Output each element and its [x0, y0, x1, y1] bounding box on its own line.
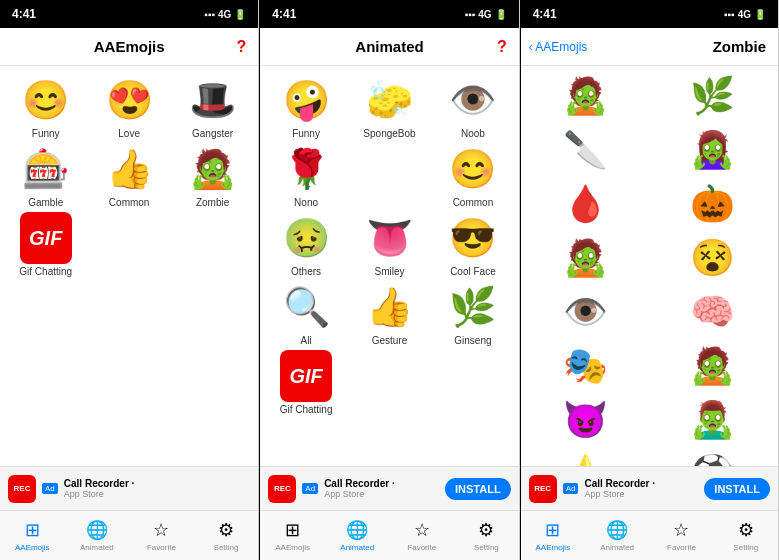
gif-label-2: Gif Chatting [280, 404, 333, 415]
tab-label-setting-3: Setting [733, 543, 758, 552]
zombie-emoji-2[interactable]: 🌿 [689, 70, 737, 122]
emoji-row-2-5: GIF Gif Chatting [264, 350, 514, 415]
ad-title-3: Call Recorder · [584, 478, 698, 489]
tab-animated-2[interactable]: 🌐 Animated [325, 511, 390, 560]
time-1: 4:41 [12, 7, 36, 21]
nono-label: Nono [294, 197, 318, 208]
zombie-emoji-1[interactable]: 🧟 [562, 70, 610, 122]
emoji-spongebob[interactable]: 🧽 SpongeBob [354, 74, 424, 139]
zombie-emoji-13[interactable]: 😈 [562, 394, 610, 446]
zombie-emoji-15[interactable]: ⭐ [562, 448, 610, 466]
zombie-row-1: 🧟 🌿 [523, 70, 776, 122]
funny-label-2: Funny [292, 128, 320, 139]
emoji-common-2[interactable]: 😊 Common [438, 143, 508, 208]
network-icon-3: 4G [738, 9, 751, 20]
install-button-3[interactable]: INSTALL [704, 478, 770, 500]
emoji-row-2-4: 🔍 Ali 👍 Gesture 🌿 Ginseng [264, 281, 514, 346]
zombie-emoji-11[interactable]: 🎭 [562, 340, 610, 392]
common-icon: 👍 [103, 143, 155, 195]
tab-bar-2: ⊞ AAEmojis 🌐 Animated ☆ Favorite ⚙ Setti… [260, 510, 518, 560]
placeholder-3 [354, 143, 424, 208]
emoji-others[interactable]: 🤢 Others [271, 212, 341, 277]
smiley-label: Smiley [374, 266, 404, 277]
tab-animated-1[interactable]: 🌐 Animated [65, 511, 130, 560]
emoji-coolface[interactable]: 😎 Cool Face [438, 212, 508, 277]
common-icon-2: 😊 [447, 143, 499, 195]
zombie-emoji-7[interactable]: 🧟 [562, 232, 610, 284]
tab-aaemojis-2[interactable]: ⊞ AAEmojis [260, 511, 325, 560]
emoji-funny[interactable]: 😊 Funny [11, 74, 81, 139]
ad-tag-2: Ad [302, 483, 318, 494]
emoji-zombie[interactable]: 🧟 Zombie [178, 143, 248, 208]
noob-label: Noob [461, 128, 485, 139]
tab-label-animated-1: Animated [80, 543, 114, 552]
emoji-gesture[interactable]: 👍 Gesture [354, 281, 424, 346]
time-3: 4:41 [533, 7, 557, 21]
tab-label-favorite-1: Favorite [147, 543, 176, 552]
emoji-nono[interactable]: 🌹 Nono [271, 143, 341, 208]
battery-icon-2: 🔋 [495, 9, 507, 20]
zombie-row-5: 👁️ 🧠 [523, 286, 776, 338]
status-icons-3: ▪▪▪ 4G 🔋 [724, 9, 766, 20]
gamble-label: Gamble [28, 197, 63, 208]
zombie-emoji-8[interactable]: 😵 [689, 232, 737, 284]
ginseng-label: Ginseng [454, 335, 491, 346]
emoji-love[interactable]: 😍 Love [94, 74, 164, 139]
tab-favorite-1[interactable]: ☆ Favorite [129, 511, 194, 560]
gif-icon-1: GIF [20, 212, 72, 264]
emoji-common[interactable]: 👍 Common [94, 143, 164, 208]
emoji-funny-2[interactable]: 🤪 Funny [271, 74, 341, 139]
tab-animated-3[interactable]: 🌐 Animated [585, 511, 649, 560]
ad-tag-1: Ad [42, 483, 58, 494]
zombie-emoji-10[interactable]: 🧠 [689, 286, 737, 338]
tab-label-aaemojis-3: AAEmojis [535, 543, 570, 552]
emoji-noob[interactable]: 👁️ Noob [438, 74, 508, 139]
placeholder-5 [438, 350, 508, 415]
back-button-3[interactable]: ‹ AAEmojis [529, 40, 588, 54]
tab-setting-1[interactable]: ⚙ Setting [194, 511, 259, 560]
star-icon-3: ☆ [673, 519, 689, 541]
zombie-emoji-3[interactable]: 🔪 [562, 124, 610, 176]
emoji-gif-chatting-2[interactable]: GIF Gif Chatting [271, 350, 341, 415]
ad-title-2: Call Recorder · [324, 478, 439, 489]
tab-favorite-3[interactable]: ☆ Favorite [649, 511, 713, 560]
tab-label-animated-2: Animated [340, 543, 374, 552]
ad-banner-3: REC Ad Call Recorder · App Store INSTALL [521, 466, 778, 510]
install-button-2[interactable]: INSTALL [445, 478, 511, 500]
help-button-1[interactable]: ? [237, 38, 247, 56]
globe-icon-3: 🌐 [606, 519, 628, 541]
ad-sub-2: App Store [324, 489, 439, 499]
zombie-emoji-6[interactable]: 🎃 [689, 178, 737, 230]
tab-bar-3: ⊞ AAEmojis 🌐 Animated ☆ Favorite ⚙ Setti… [521, 510, 778, 560]
signal-icon-2: ▪▪▪ [465, 9, 476, 20]
zombie-emoji-12[interactable]: 🧟 [689, 340, 737, 392]
tab-aaemojis-1[interactable]: ⊞ AAEmojis [0, 511, 65, 560]
love-label: Love [118, 128, 140, 139]
zombie-emoji-9[interactable]: 👁️ [562, 286, 610, 338]
panel-header-3: ‹ AAEmojis Zombie [521, 28, 778, 66]
tab-setting-3[interactable]: ⚙ Setting [714, 511, 778, 560]
tab-setting-2[interactable]: ⚙ Setting [454, 511, 519, 560]
emoji-gamble[interactable]: 🎰 Gamble [11, 143, 81, 208]
network-icon-2: 4G [478, 9, 491, 20]
emoji-row-2-3: 🤢 Others 👅 Smiley 😎 Cool Face [264, 212, 514, 277]
tab-aaemojis-3[interactable]: ⊞ AAEmojis [521, 511, 585, 560]
emoji-smiley[interactable]: 👅 Smiley [354, 212, 424, 277]
ad-sub-3: App Store [584, 489, 698, 499]
globe-icon-1: 🌐 [86, 519, 108, 541]
emoji-ginseng[interactable]: 🌿 Ginseng [438, 281, 508, 346]
ad-tag-3: Ad [563, 483, 579, 494]
emoji-gangster[interactable]: 🎩 Gangster [178, 74, 248, 139]
zombie-emoji-5[interactable]: 🩸 [562, 178, 610, 230]
globe-icon-2: 🌐 [346, 519, 368, 541]
panel-title-2: Animated [355, 38, 423, 55]
emoji-gif-chatting-1[interactable]: GIF Gif Chatting [11, 212, 81, 277]
tab-favorite-2[interactable]: ☆ Favorite [389, 511, 454, 560]
tab-label-favorite-2: Favorite [407, 543, 436, 552]
zombie-emoji-4[interactable]: 🧟‍♀️ [689, 124, 737, 176]
emoji-ali[interactable]: 🔍 Ali [271, 281, 341, 346]
help-button-2[interactable]: ? [497, 38, 507, 56]
zombie-emoji-16[interactable]: ⚽ [689, 448, 737, 466]
zombie-emoji-14[interactable]: 🧟‍♂️ [689, 394, 737, 446]
gear-icon-1: ⚙ [218, 519, 234, 541]
